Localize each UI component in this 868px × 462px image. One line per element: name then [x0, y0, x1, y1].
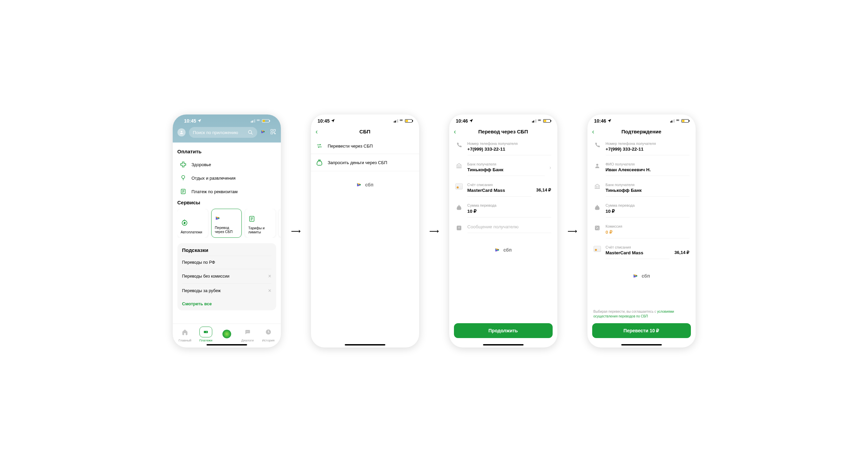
section-pay-title: Оплатить — [177, 149, 276, 154]
qr-icon[interactable] — [270, 129, 276, 136]
page-title: Подтверждение — [592, 129, 691, 134]
sbp-logo: сбп — [311, 181, 419, 188]
bottom-tab-bar: Главный Платежи Диалоги История — [173, 324, 281, 343]
svg-point-0 — [180, 131, 182, 132]
svg-rect-12 — [204, 331, 208, 333]
profile-avatar[interactable] — [177, 128, 186, 136]
field-bank[interactable]: Банк получателя Тинькофф Банк › — [449, 159, 557, 179]
status-icons — [251, 118, 269, 124]
field-phone[interactable]: Номер телефона получателя +7(999) 333-22… — [449, 138, 557, 159]
svg-point-22 — [596, 227, 596, 227]
moneybag-icon — [455, 203, 463, 211]
location-icon — [607, 118, 611, 124]
svg-point-16 — [248, 332, 249, 332]
transfer-icon — [316, 143, 323, 149]
tab-payments[interactable]: Платежи — [199, 327, 213, 342]
svg-point-20 — [596, 164, 598, 166]
location-icon — [469, 118, 473, 124]
search-placeholder: Поиск по приложению — [193, 130, 245, 135]
card-sbp-transfer[interactable]: Перевод через СБП — [211, 209, 242, 238]
flow-arrow: ⟶ — [568, 227, 577, 235]
location-icon — [197, 118, 201, 124]
svg-point-1 — [248, 130, 251, 133]
hints-more-link[interactable]: Смотреть все — [182, 298, 271, 306]
field-account: Счёт списания MasterCard Mass 36,14 ₽ — [587, 242, 696, 262]
sbp-icon[interactable] — [261, 129, 267, 136]
svg-point-7 — [182, 176, 185, 179]
card-tariffs[interactable]: Тарифы и лимиты — [245, 209, 275, 238]
search-icon — [248, 130, 253, 135]
card-templates[interactable]: Шабло — [279, 209, 281, 238]
battery-icon — [543, 119, 551, 123]
svg-rect-4 — [271, 132, 272, 134]
hint-rf[interactable]: Переводы по РФ — [182, 256, 271, 269]
pay-item-health[interactable]: Здоровье — [177, 158, 276, 171]
screen-payments-home: 10:45 Поиск по приложению Оплатить Здоро… — [173, 114, 281, 348]
hint-abroad[interactable]: Переводы за рубеж× — [182, 283, 271, 298]
field-amount[interactable]: Сумма перевода 10 ₽ — [449, 200, 557, 221]
tab-main[interactable]: Главный — [178, 327, 191, 342]
moneybag-icon — [316, 159, 323, 166]
continue-button[interactable]: Продолжить — [454, 323, 553, 338]
signal-icon — [670, 119, 675, 123]
field-account[interactable]: Счёт списания MasterCard Mass 36,14 ₽ — [449, 179, 557, 200]
close-icon[interactable]: × — [268, 273, 271, 279]
home-indicator — [345, 344, 385, 345]
sbp-logo: сбп — [449, 247, 557, 253]
person-icon — [594, 162, 601, 169]
signal-icon — [394, 119, 398, 123]
tab-history[interactable]: История — [262, 327, 275, 342]
signal-icon — [251, 119, 255, 123]
field-phone: Номер телефона получателя +7(999) 333-22… — [587, 138, 696, 159]
status-time: 10:45 — [184, 118, 196, 124]
screen-sbp-menu: 10:45 ‹ СБП Перевести через СБП Запросит… — [311, 114, 419, 348]
svg-point-23 — [598, 229, 598, 229]
health-icon — [179, 161, 187, 168]
close-icon[interactable]: × — [268, 288, 271, 294]
wifi-icon — [675, 118, 680, 124]
svg-text:T: T — [458, 226, 460, 230]
sbp-logo: сбп — [587, 273, 696, 279]
field-recipient-name: ФИО получателя Иван Алексеевич Н. — [587, 159, 696, 179]
svg-rect-2 — [271, 129, 272, 131]
bank-icon — [455, 162, 463, 169]
battery-icon — [262, 119, 269, 123]
clock-icon — [262, 327, 275, 337]
pay-item-requisites[interactable]: Платеж по реквизитам — [177, 185, 276, 198]
chevron-right-icon: › — [550, 162, 551, 170]
svg-point-14 — [246, 332, 247, 332]
status-time: 10:46 — [456, 118, 468, 124]
tab-assistant[interactable] — [220, 329, 233, 340]
svg-text:₽: ₽ — [184, 222, 186, 225]
flow-arrow: ⟶ — [429, 227, 439, 235]
disclaimer-text: Выбирая перевести, вы соглашаетесь с усл… — [587, 309, 696, 318]
field-message[interactable]: T Сообщение получателю — [449, 221, 557, 236]
list-icon — [248, 215, 272, 223]
chat-icon — [241, 327, 254, 337]
status-icons — [670, 118, 689, 124]
status-bar: 10:46 — [587, 114, 696, 125]
pay-item-leisure[interactable]: Отдых и развлечения — [177, 171, 276, 185]
sbp-request-item[interactable]: Запросить деньги через СБП — [311, 154, 419, 171]
hints-block: Подсказки Переводы по РФ Переводы без ко… — [177, 243, 276, 310]
card-autopay[interactable]: ₽ Автоплатежи — [177, 209, 208, 238]
tab-dialogs[interactable]: Диалоги — [241, 327, 254, 342]
battery-icon — [405, 119, 412, 123]
hint-nofee[interactable]: Переводы без комиссии× — [182, 269, 271, 283]
wifi-icon — [537, 118, 542, 124]
location-icon — [331, 118, 335, 124]
status-icons — [532, 118, 551, 124]
search-input[interactable]: Поиск по приложению — [189, 127, 257, 138]
sbp-transfer-item[interactable]: Перевести через СБП — [311, 138, 419, 154]
phone-icon — [455, 142, 463, 148]
home-indicator — [207, 344, 247, 345]
status-bar: 10:46 — [449, 114, 557, 125]
services-cards[interactable]: ₽ Автоплатежи Перевод через СБП Тарифы и… — [177, 209, 281, 238]
phone-icon — [594, 142, 601, 148]
screen-confirmation: 10:46 ‹ Подтверждение Номер телефона пол… — [587, 114, 696, 348]
svg-rect-3 — [273, 129, 275, 131]
autopay-icon: ₽ — [181, 219, 204, 227]
svg-rect-6 — [274, 133, 275, 134]
transfer-button[interactable]: Перевести 10 ₽ — [592, 323, 691, 338]
field-fee: Комиссия 0 ₽ — [587, 221, 696, 242]
